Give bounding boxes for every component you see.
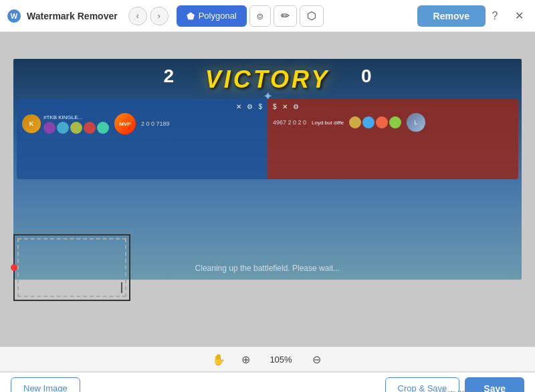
polygonal-icon: ⬟: [187, 11, 195, 21]
brush-icon: ✏: [281, 9, 290, 22]
new-image-button[interactable]: New Image: [11, 377, 80, 393]
mvp-badge: MVP: [114, 113, 136, 134]
canvas-area: VICTORY 2 0 ✦ ✕⚙$ K #TKB: [0, 32, 535, 347]
remove-button[interactable]: Remove: [417, 5, 486, 27]
zoom-in-button[interactable]: ⊕: [237, 351, 253, 367]
score-row: 2 0: [13, 66, 522, 87]
players-panel: ✕⚙$ K #TKB KINGLE...: [17, 99, 518, 179]
zoom-level: 105%: [264, 355, 298, 365]
team-red: $✕⚙ 4967 2 0 2 0 Loyd but diffe L: [268, 99, 518, 179]
lasso-icon: ⌾: [257, 10, 263, 22]
selection-cursor: [121, 282, 122, 293]
titlebar: W Watermark Remover ‹ › ⬟ Polygonal ⌾ ✏ …: [0, 0, 535, 32]
help-button[interactable]: ?: [486, 7, 504, 25]
tool-buttons: ⬟ Polygonal ⌾ ✏ ⬡: [177, 5, 412, 27]
eraser-tool-button[interactable]: ⬡: [300, 5, 324, 27]
forward-button[interactable]: ›: [150, 7, 169, 25]
hand-tool-button[interactable]: ✋: [211, 351, 227, 367]
player-stats: 2 0 0 7189: [141, 120, 170, 127]
red-player-row: 4967 2 0 2 0 Loyd but diffe L: [273, 113, 513, 132]
polygonal-tool-button[interactable]: ⬟ Polygonal: [177, 5, 247, 27]
bottom-bar: New Image Crop & Save Save Activate Wind…: [0, 372, 535, 392]
score-right: 0: [361, 66, 372, 87]
score-left: 2: [163, 66, 174, 87]
waiting-text: Cleaning up the battlefield. Please wait…: [13, 264, 522, 273]
team-blue: ✕⚙$ K #TKB KINGLE...: [17, 99, 268, 179]
app-title: Watermark Remover: [27, 11, 118, 21]
enemy-avatar: L: [407, 113, 425, 132]
zoom-in-icon: ⊕: [241, 353, 250, 366]
close-icon: ✕: [515, 9, 524, 22]
back-button[interactable]: ‹: [128, 7, 147, 25]
zoom-out-button[interactable]: ⊖: [308, 351, 324, 367]
eraser-icon: ⬡: [307, 9, 316, 22]
hero-icons-blue: [43, 122, 109, 134]
zoom-bar: ✋ ⊕ 105% ⊖: [0, 347, 535, 372]
zoom-out-icon: ⊖: [312, 353, 321, 366]
svg-text:W: W: [11, 12, 18, 20]
lasso-tool-button[interactable]: ⌾: [249, 5, 271, 27]
help-icon: ?: [492, 10, 498, 22]
app-logo: W: [7, 9, 21, 23]
enemy-name: Loyd but diffe: [312, 120, 344, 126]
close-button[interactable]: ✕: [510, 7, 528, 25]
red-header-row: $✕⚙: [273, 103, 513, 110]
game-image: VICTORY 2 0 ✦ ✕⚙$ K #TKB: [13, 59, 522, 280]
enemy-stats: 4967 2 0 2 0: [273, 119, 306, 126]
player-avatar: K: [22, 114, 41, 133]
hero-icons-red: [349, 116, 401, 128]
titlebar-right: ? ✕: [486, 7, 528, 25]
blue-player-row: K #TKB KINGLE... MVP 2 0 0 7189: [22, 113, 262, 134]
hand-icon: ✋: [212, 353, 225, 366]
blue-header-row: ✕⚙$: [22, 103, 262, 110]
windows-activation-text: Activate WindowsGo to Settings to activa…: [429, 388, 535, 392]
brush-tool-button[interactable]: ✏: [274, 5, 297, 27]
player-name: #TKB KINGLE...: [43, 114, 109, 120]
nav-buttons: ‹ ›: [128, 7, 169, 25]
